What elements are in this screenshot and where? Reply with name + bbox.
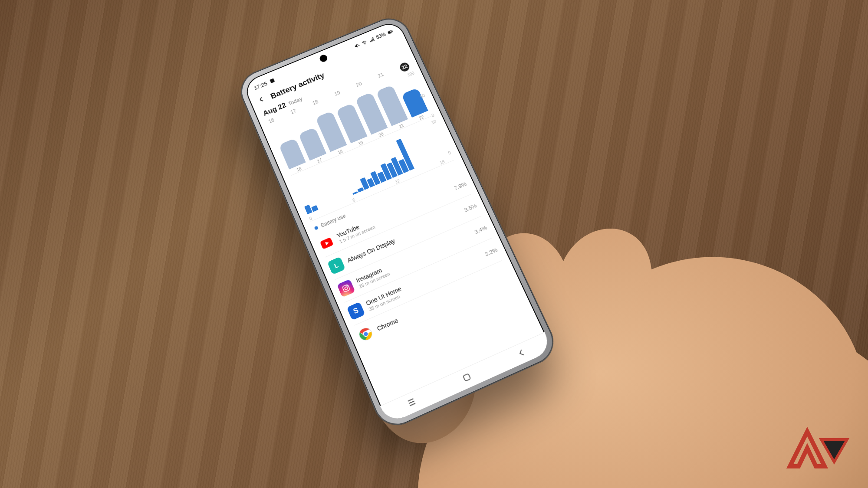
chart2-ytick: 10 [431, 119, 437, 125]
svg-rect-0 [270, 79, 275, 83]
battery-icon [386, 29, 394, 36]
svg-point-8 [344, 287, 348, 290]
wifi-icon [361, 39, 368, 46]
instagram-icon [337, 279, 355, 297]
chart1-xtick: 17 [316, 158, 322, 164]
battery-use-bar [352, 191, 358, 195]
chart1-xtick: 18 [337, 149, 343, 155]
day-option[interactable]: 22 [398, 61, 411, 72]
chart1-xtick: 19 [358, 141, 364, 147]
day-option[interactable]: 17 [289, 108, 298, 118]
day-option[interactable]: 18 [312, 99, 320, 109]
day-option[interactable]: 19 [333, 90, 342, 100]
chart2-xtick: 0 [309, 216, 312, 221]
svg-line-14 [408, 399, 413, 401]
svg-point-2 [365, 43, 365, 44]
chart1-ytick: 0 [431, 113, 435, 118]
app-pct: 7.9% [453, 180, 467, 191]
svg-line-16 [410, 403, 415, 406]
svg-rect-5 [388, 31, 391, 33]
chart2-ytick: 0 [447, 151, 451, 156]
status-battery-pct: 53% [375, 32, 387, 40]
app-pct: 3.4% [473, 224, 488, 235]
legend-dot-icon [314, 226, 318, 230]
mute-icon [353, 42, 361, 49]
signal-icon [368, 36, 376, 43]
chart2-xtick: 6 [352, 198, 356, 203]
chart1-xtick: 16 [296, 167, 302, 173]
svg-rect-17 [463, 373, 471, 381]
day-option[interactable]: 16 [268, 117, 276, 128]
chrome-icon [356, 325, 375, 344]
day-option[interactable]: 21 [377, 72, 385, 82]
youtube-icon [318, 234, 336, 252]
aod-icon: L [327, 256, 345, 275]
app-pct: 3.2% [484, 246, 498, 257]
svg-line-1 [357, 44, 359, 46]
svg-rect-4 [391, 31, 392, 32]
watermark-logo [781, 423, 851, 475]
battery-use-bar [311, 205, 318, 212]
svg-point-9 [346, 285, 347, 286]
day-option[interactable]: 20 [355, 81, 364, 91]
battery-use-bar [304, 205, 312, 215]
home-button[interactable] [460, 370, 474, 385]
back-nav-button[interactable] [515, 346, 529, 361]
svg-rect-7 [342, 285, 350, 292]
oneui-icon: S [347, 302, 365, 321]
battery-use-bar [358, 187, 364, 193]
chart1-xtick: 22 [419, 115, 425, 121]
notification-icon [268, 77, 276, 85]
app-pct: 3.5% [463, 202, 477, 213]
chart1-xtick: 21 [398, 123, 404, 129]
status-time: 17:25 [253, 80, 268, 91]
svg-line-15 [409, 401, 414, 403]
recents-button[interactable] [405, 395, 419, 410]
chart1-xtick: 20 [378, 132, 384, 138]
